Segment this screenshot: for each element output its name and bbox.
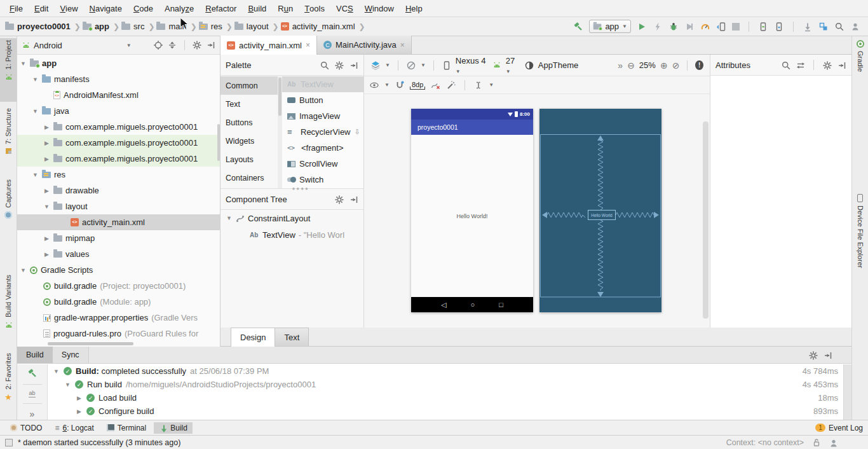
menu-tools[interactable]: Tools <box>299 0 330 17</box>
debug-button[interactable] <box>668 22 679 32</box>
palette-item-scrollview[interactable]: ScrollView <box>282 156 363 172</box>
close-icon[interactable]: × <box>400 41 405 50</box>
apply-changes-icon[interactable] <box>653 22 663 32</box>
project-vertical-scrollbar[interactable] <box>217 124 220 161</box>
breadcrumb-src[interactable]: src <box>121 22 144 31</box>
chevron-down-icon[interactable]: ▼ <box>32 108 39 114</box>
component-row-textview[interactable]: Ab TextView - "Hello Worl <box>220 226 363 243</box>
palette-category-common[interactable]: Common <box>220 76 278 95</box>
sdk-manager-icon[interactable] <box>774 22 784 32</box>
component-row-constraintlayout[interactable]: ▼ ConstraintLayout <box>220 210 363 226</box>
hide-panel-icon[interactable] <box>837 60 846 70</box>
tab-sync[interactable]: Sync <box>53 347 89 363</box>
hector-notifications-icon[interactable] <box>829 438 837 447</box>
theme-select[interactable]: AppTheme <box>538 60 579 70</box>
palette-scrollbar[interactable] <box>278 76 282 188</box>
tree-row-proguard-rules[interactable]: proguard-rules.pro(ProGuard Rules for <box>17 326 220 342</box>
run-configuration-select[interactable]: app▼ <box>589 20 631 33</box>
hide-panel-icon[interactable] <box>349 60 358 70</box>
overflow-chevrons-icon[interactable]: » <box>618 60 623 71</box>
event-log-button[interactable]: 1Event Log <box>815 424 863 432</box>
chevron-right-icon[interactable]: ▶ <box>43 124 50 130</box>
warnings-errors-icon[interactable]: ! <box>695 60 703 70</box>
tree-row-mipmap[interactable]: ▶mipmap <box>17 230 220 246</box>
chevron-down-icon[interactable]: ▼ <box>421 62 426 68</box>
chevron-right-icon[interactable]: ▶ <box>76 408 83 415</box>
view-options-eye-icon[interactable] <box>369 80 379 90</box>
layout-inspector-icon[interactable] <box>818 22 829 32</box>
build-row-configure-build[interactable]: ▶ ✓ Configure build 893ms <box>48 404 843 418</box>
tree-row-java[interactable]: ▼java <box>17 103 220 119</box>
palette-item-textview[interactable]: AbTextView <box>282 76 363 92</box>
chevron-down-icon[interactable]: ▼ <box>384 82 390 88</box>
editor-tab-mainactivity[interactable]: CMainActivity.java× <box>317 36 412 54</box>
clear-constraints-icon[interactable] <box>430 80 441 90</box>
gear-icon[interactable] <box>192 40 202 50</box>
design-surface-mode-icon[interactable] <box>370 60 381 71</box>
tree-row-activity-main-xml[interactable]: activity_main.xml <box>17 214 220 230</box>
gear-icon[interactable] <box>334 195 344 204</box>
sidebar-tab-project[interactable]: 1: Project <box>0 38 17 102</box>
tree-row-values[interactable]: ▶values <box>17 246 220 262</box>
chevron-right-icon[interactable]: ▶ <box>43 235 50 242</box>
menu-refactor[interactable]: Refactor <box>200 0 242 17</box>
chevron-down-icon[interactable]: ▼ <box>20 60 27 67</box>
infer-constraints-icon[interactable] <box>446 80 456 90</box>
build-hammer-icon[interactable] <box>573 22 583 32</box>
chevron-right-icon[interactable]: ▶ <box>43 251 50 258</box>
project-view-select[interactable]: Android <box>34 41 62 50</box>
chevron-down-icon[interactable]: ▼ <box>32 76 39 83</box>
chevron-down-icon[interactable]: ▼ <box>489 82 494 88</box>
sidebar-tab-structure[interactable]: 7: Structure <box>0 106 17 173</box>
breadcrumb-project[interactable]: proyecto0001 <box>5 22 71 31</box>
design-canvas[interactable]: 8:00 proyecto0001 Hello World! ◁ ○ □ <box>364 95 710 328</box>
chevron-right-icon[interactable]: ▶ <box>76 395 83 401</box>
tab-design[interactable]: Design <box>231 328 275 347</box>
search-icon[interactable] <box>320 60 329 70</box>
project-horizontal-scrollbar[interactable] <box>48 342 133 345</box>
tree-row-androidmanifest[interactable]: AndroidManifest.xml <box>17 87 220 103</box>
toolwindow-build[interactable]: Build <box>154 422 193 434</box>
hello-world-textview[interactable]: Hello World! <box>457 213 488 219</box>
chevron-down-icon[interactable]: ▼ <box>64 382 71 388</box>
tree-row-package-1[interactable]: ▶com.example.miguels.proyecto0001 <box>17 119 220 135</box>
close-icon[interactable]: × <box>306 41 310 50</box>
zoom-in-button[interactable]: ⊕ <box>660 60 668 71</box>
toolwindow-logcat[interactable]: ≡6: Logcat <box>50 422 98 434</box>
build-row-run-build[interactable]: ▼ ✓ Run build /home/miguels/AndroidStudi… <box>48 378 843 391</box>
locate-file-icon[interactable] <box>153 40 163 50</box>
chevron-right-icon[interactable]: ▶ <box>43 140 50 146</box>
hide-panel-icon[interactable] <box>823 350 832 360</box>
menu-analyze[interactable]: Analyze <box>159 0 200 17</box>
device-select[interactable]: Nexus 4 ▼ <box>456 56 487 75</box>
run-button[interactable] <box>637 22 647 32</box>
chevron-right-icon[interactable]: ▶ <box>43 156 50 162</box>
expand-chevrons-icon[interactable]: » <box>30 410 35 418</box>
profile-avatar-icon[interactable] <box>850 22 860 32</box>
splitter-handle[interactable]: ●●●● <box>292 186 309 191</box>
menu-run[interactable]: Run <box>272 0 299 17</box>
tab-text[interactable]: Text <box>275 328 309 346</box>
blueprint-preview[interactable]: Hello World <box>539 109 661 312</box>
menu-navigate[interactable]: Navigate <box>84 0 128 17</box>
palette-item-fragment[interactable]: <><fragment> <box>282 140 363 156</box>
blueprint-textview-box[interactable]: Hello World <box>588 210 616 220</box>
palette-category-text[interactable]: Text <box>220 95 278 113</box>
breadcrumb-res[interactable]: res <box>199 22 222 31</box>
sync-gradle-icon[interactable] <box>803 22 813 32</box>
menu-code[interactable]: Code <box>128 0 159 17</box>
autoconnect-magnet-icon[interactable] <box>395 80 405 90</box>
palette-item-button[interactable]: Button <box>282 92 363 108</box>
lock-icon[interactable] <box>811 438 821 447</box>
gear-icon[interactable] <box>808 350 818 360</box>
sidebar-tab-favorites[interactable]: 2: Favorites★ <box>0 351 17 415</box>
search-icon[interactable] <box>781 60 790 70</box>
build-scrollbar[interactable] <box>843 364 851 420</box>
menu-file[interactable]: File <box>4 0 29 17</box>
run-coverage-icon[interactable] <box>684 22 695 32</box>
sidebar-tab-device-file-explorer[interactable]: Device File Explorer <box>852 192 868 284</box>
tree-row-build-gradle-module[interactable]: build.gradle(Module: app) <box>17 294 220 310</box>
avd-manager-icon[interactable] <box>758 22 768 32</box>
tree-row-layout[interactable]: ▼layout <box>17 198 220 214</box>
breadcrumb-app[interactable]: app <box>83 22 109 31</box>
